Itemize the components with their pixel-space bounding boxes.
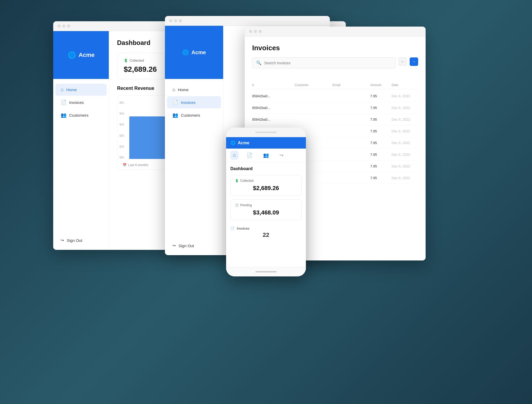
traffic-lights-3 xyxy=(249,30,262,33)
mobile-pending-card: 🕐 Pending $3,468.09 xyxy=(230,199,302,220)
row5-amount: 7.95 xyxy=(370,141,392,145)
signout-button-1[interactable]: ↪ Sign Out xyxy=(55,234,107,247)
signout-icon-2: ↪ xyxy=(172,243,176,248)
col-header-id: # xyxy=(252,83,295,87)
fullscreen-button[interactable] xyxy=(67,24,70,28)
row2-amount: 7.95 xyxy=(370,106,392,110)
close-button[interactable] xyxy=(57,24,61,28)
search-icon: 🔍 xyxy=(256,60,261,65)
sidebar-logo-2: 🌐 Acme xyxy=(165,26,223,79)
chart-footer-label: Last 6 months xyxy=(128,163,148,167)
row3-id: 85842ba0... xyxy=(252,117,295,121)
invoices-icon-2: 📄 xyxy=(172,99,178,105)
mobile-content: 🌐 Acme ⌂ 📄 👥 ↪ Dashboard 💲 Collected $2,… xyxy=(226,137,306,267)
sidebar-nav-2: ⌂ Home 📄 Invoices 👥 Customers xyxy=(165,79,223,237)
row4-amount: 7.95 xyxy=(370,129,392,133)
mobile-dashboard-title: Dashboard xyxy=(230,166,302,171)
signout-label-1: Sign Out xyxy=(67,238,82,243)
invoices-page-title: Invoices xyxy=(252,44,418,52)
titlebar-3 xyxy=(245,27,426,36)
y-label-2k: $2k xyxy=(119,134,124,137)
row6-amount: 7.95 xyxy=(370,153,392,157)
invoice-row-1[interactable]: 85842ba0... 7.95 Dec 6, 2022 xyxy=(252,90,418,102)
row3-amount: 7.95 xyxy=(370,117,392,121)
mobile-invoices-count: 22 xyxy=(230,232,302,238)
mobile-nav-home[interactable]: ⌂ xyxy=(230,151,239,160)
search-input[interactable] xyxy=(264,61,392,65)
invoice-row-3[interactable]: 85842ba0... 7.95 Dec 6, 2022 xyxy=(252,114,418,125)
prev-button[interactable]: ← xyxy=(398,57,407,66)
home-label-2: Home xyxy=(178,87,189,92)
row2-date: Dec 6, 2022 xyxy=(392,106,418,110)
chart-y-labels: $5k $4k $3k $2k $1k $0k xyxy=(117,101,126,159)
sidebar-1: 🌐 Acme ⌂ Home 📄 Invoices 👥 Customers ↪ xyxy=(53,31,109,249)
y-label-4k: $4k xyxy=(119,112,124,115)
row1-date: Dec 6, 2022 xyxy=(392,94,418,98)
mobile-clock-icon: 🕐 xyxy=(235,203,239,207)
close-button-2[interactable] xyxy=(169,19,172,22)
mobile-globe-icon: 🌐 xyxy=(230,140,236,145)
collected-label: 💲 Collected xyxy=(124,58,158,62)
y-label-5k: $5k xyxy=(119,101,124,104)
y-label-1k: $1k xyxy=(119,145,124,148)
app-name-1: Acme xyxy=(79,52,95,58)
signout-icon-1: ↪ xyxy=(61,238,64,243)
next-button[interactable]: → xyxy=(410,57,418,66)
sidebar-item-invoices-2[interactable]: 📄 Invoices xyxy=(167,96,221,108)
sidebar-item-customers[interactable]: 👥 Customers xyxy=(55,109,107,121)
sidebar-item-home-label: Home xyxy=(66,87,77,92)
y-label-3k: $3k xyxy=(119,123,124,126)
app-name-2: Acme xyxy=(192,49,206,56)
row5-date: Dec 6, 2022 xyxy=(392,141,418,145)
search-bar[interactable]: 🔍 xyxy=(252,57,396,68)
mobile-invoices-section: 📄 Invoices xyxy=(230,224,302,232)
home-icon: ⌂ xyxy=(61,87,64,92)
mobile-collected-text: Collected xyxy=(240,179,253,183)
mobile-invoices-icon: 📄 xyxy=(230,226,235,230)
invoices-icon: 📄 xyxy=(61,99,66,105)
minimize-button-2[interactable] xyxy=(174,19,177,22)
traffic-lights-2 xyxy=(169,19,182,22)
chart-footer: 📅 Last 6 months xyxy=(123,163,148,167)
row8-date: Dec 6, 2022 xyxy=(392,176,418,180)
sidebar-2: 🌐 Acme ⌂ Home 📄 Invoices 👥 Customers ↪ xyxy=(165,26,223,254)
customers-icon: 👥 xyxy=(61,112,66,118)
row1-amount: 7.95 xyxy=(370,94,392,98)
sidebar-item-customers-2[interactable]: 👥 Customers xyxy=(167,109,221,121)
row1-id: 85842ba0... xyxy=(252,94,295,98)
mobile-body: Dashboard 💲 Collected $2,689.26 🕐 Pendin… xyxy=(226,162,306,243)
row3-date: Dec 6, 2022 xyxy=(392,117,418,121)
sidebar-item-home-2[interactable]: ⌂ Home xyxy=(167,84,221,96)
fullscreen-button-3[interactable] xyxy=(259,30,262,33)
mobile-notch xyxy=(255,132,277,133)
mobile-header: 🌐 Acme xyxy=(226,137,306,149)
row7-date: Dec 6, 2022 xyxy=(392,164,418,168)
signout-button-2[interactable]: ↪ Sign Out xyxy=(167,239,221,252)
close-button-3[interactable] xyxy=(249,30,252,33)
collected-label-text: Collected xyxy=(130,58,144,62)
calendar-icon: 📅 xyxy=(123,163,127,167)
fullscreen-button-2[interactable] xyxy=(179,19,182,22)
search-row: 🔍 ← → xyxy=(252,57,418,75)
row2-id: 85842ba0... xyxy=(252,106,295,110)
sidebar-item-home[interactable]: ⌂ Home xyxy=(55,84,107,96)
mobile-nav-customers[interactable]: 👥 xyxy=(260,151,272,160)
sidebar-item-invoices-label: Invoices xyxy=(69,100,84,105)
mobile-collected-label: 💲 Collected xyxy=(235,179,297,183)
mobile-nav-invoices[interactable]: 📄 xyxy=(244,151,255,160)
minimize-button[interactable] xyxy=(62,24,65,28)
invoice-row-2[interactable]: 85842ba0... 7.95 Dec 6, 2022 xyxy=(252,102,418,114)
signout-label-2: Sign Out xyxy=(178,243,194,248)
mobile-collected-value: $2,689.26 xyxy=(235,185,297,192)
traffic-lights-1 xyxy=(57,24,70,28)
mobile-nav-signout[interactable]: ↪ xyxy=(277,151,286,160)
sidebar-item-customers-label: Customers xyxy=(69,113,89,117)
collected-value: $2,689.26 xyxy=(124,65,158,74)
col-header-date: Date xyxy=(392,83,418,87)
mobile-collected-card: 💲 Collected $2,689.26 xyxy=(230,175,302,196)
sidebar-item-invoices[interactable]: 📄 Invoices xyxy=(55,96,107,108)
customers-label-2: Customers xyxy=(181,113,200,117)
sidebar-logo-1: 🌐 Acme xyxy=(53,31,109,79)
minimize-button-3[interactable] xyxy=(254,30,257,33)
y-label-0k: $0k xyxy=(119,156,124,159)
